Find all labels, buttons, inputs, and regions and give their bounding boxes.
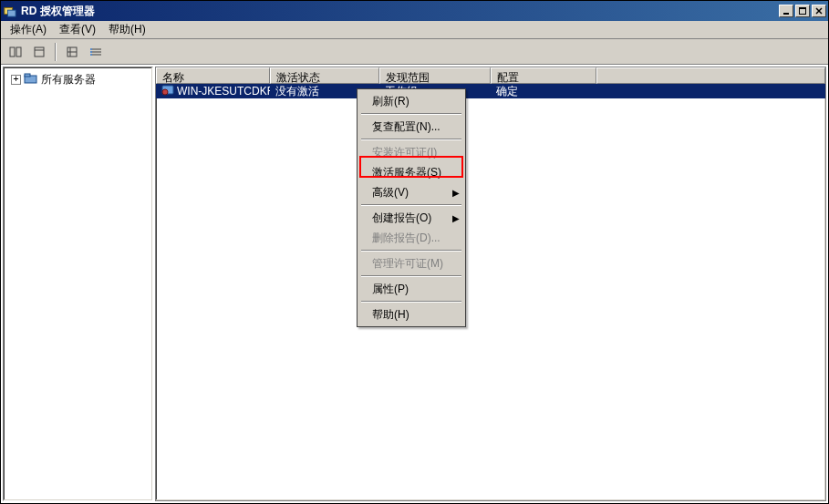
ctx-sep-4: [361, 250, 461, 252]
menu-action[interactable]: 操作(A): [5, 20, 52, 39]
menubar: 操作(A) 查看(V) 帮助(H): [1, 21, 828, 39]
tree-expand-icon[interactable]: +: [11, 75, 21, 85]
cell-config: 确定: [491, 84, 596, 99]
ctx-create-report-label: 创建报告(O): [372, 211, 431, 226]
ctx-review-config[interactable]: 复查配置(N)...: [359, 117, 463, 137]
ctx-sep-2: [361, 139, 461, 140]
list-pane: 名称 激活状态 发现范围 配置 WIN-JKESUTCDKFE 没有激活 工作组…: [155, 67, 826, 501]
cell-name: WIN-JKESUTCDKFE: [177, 85, 270, 98]
app-icon: [3, 4, 17, 18]
col-name[interactable]: 名称: [156, 67, 270, 84]
submenu-arrow-icon: ▶: [452, 213, 460, 223]
minimize-button[interactable]: [779, 5, 793, 17]
ctx-sep-5: [361, 275, 461, 277]
toolbar-btn-3[interactable]: [61, 42, 83, 62]
toolbar-btn-1[interactable]: [5, 42, 26, 62]
ctx-manage-license: 管理许可证(M): [359, 253, 463, 273]
ctx-help[interactable]: 帮助(H): [359, 304, 463, 324]
svg-rect-1: [7, 10, 16, 16]
tree-root-row[interactable]: + 所有服务器: [7, 71, 149, 87]
ctx-sep-6: [361, 301, 461, 303]
svg-rect-7: [10, 47, 15, 57]
toolbar: [1, 39, 828, 65]
svg-point-23: [162, 89, 168, 95]
ctx-activate-server[interactable]: 激活服务器(S): [359, 162, 463, 182]
svg-rect-8: [16, 47, 21, 57]
maximize-button[interactable]: [795, 5, 810, 17]
list-row[interactable]: WIN-JKESUTCDKFE 没有激活 工作组 确定: [156, 84, 825, 98]
ctx-delete-report: 删除报告(D)...: [359, 228, 463, 248]
col-config[interactable]: 配置: [491, 67, 596, 84]
tree-folder-icon: [24, 72, 38, 87]
ctx-sep-1: [361, 113, 461, 115]
titlebar-title: RD 授权管理器: [21, 4, 777, 19]
col-filler: [596, 67, 825, 84]
menu-view[interactable]: 查看(V): [54, 20, 101, 39]
server-icon: [161, 85, 174, 98]
close-button[interactable]: [812, 5, 826, 17]
svg-rect-17: [90, 48, 92, 50]
toolbar-sep-1: [55, 43, 57, 61]
svg-rect-9: [35, 47, 44, 57]
ctx-create-report[interactable]: 创建报告(O) ▶: [359, 208, 463, 228]
context-menu: 刷新(R) 复查配置(N)... 安装许可证(I) 激活服务器(S) 高级(V)…: [357, 88, 466, 327]
toolbar-btn-4[interactable]: [85, 42, 107, 62]
col-scope[interactable]: 发现范围: [379, 67, 491, 84]
toolbar-btn-2[interactable]: [28, 42, 50, 62]
menu-help[interactable]: 帮助(H): [103, 20, 151, 39]
col-activation[interactable]: 激活状态: [270, 67, 379, 84]
tree-pane: + 所有服务器: [3, 67, 153, 501]
list-header: 名称 激活状态 发现范围 配置: [156, 67, 825, 84]
ctx-properties[interactable]: 属性(P): [359, 279, 463, 299]
tree-root-label: 所有服务器: [41, 72, 96, 87]
ctx-refresh[interactable]: 刷新(R): [359, 91, 463, 111]
svg-rect-4: [799, 7, 806, 9]
svg-rect-19: [90, 54, 92, 56]
ctx-install-license: 安装许可证(I): [359, 142, 463, 162]
ctx-advanced-label: 高级(V): [372, 185, 409, 201]
svg-rect-21: [25, 74, 30, 77]
ctx-advanced[interactable]: 高级(V) ▶: [359, 182, 463, 202]
submenu-arrow-icon: ▶: [452, 188, 460, 198]
app-window: RD 授权管理器 操作(A) 查看(V) 帮助(H): [0, 0, 829, 504]
ctx-sep-3: [361, 204, 461, 206]
svg-rect-2: [783, 13, 789, 15]
titlebar: RD 授权管理器: [1, 1, 828, 21]
svg-rect-18: [90, 51, 92, 53]
